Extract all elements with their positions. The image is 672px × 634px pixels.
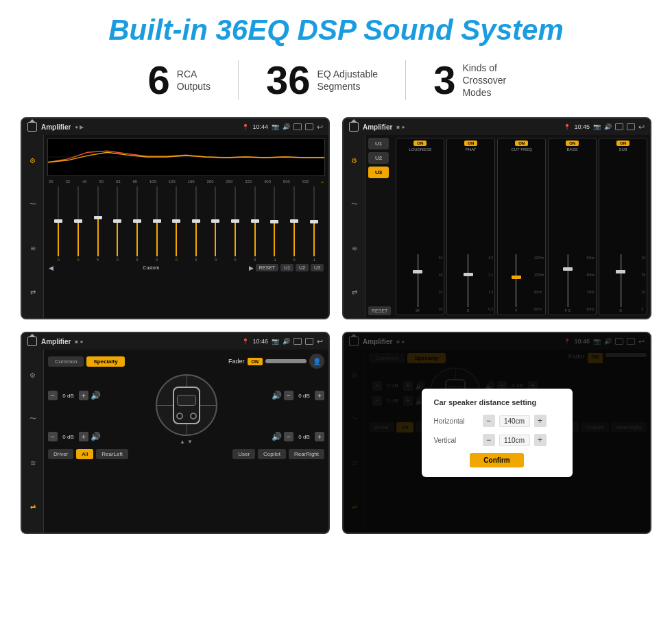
- left-bottom-control: − 0 dB + 🔊: [48, 432, 101, 441]
- dialog-vertical-label: Vertical: [434, 437, 479, 444]
- eq2-settings-icon[interactable]: ⚙: [348, 154, 361, 167]
- slider-2[interactable]: 0: [69, 186, 88, 262]
- user-avatar[interactable]: 👤: [309, 354, 324, 369]
- freq-500: 500: [283, 180, 290, 184]
- eq2-sidebar: ⚙ 〜 ≋ ⇄: [344, 135, 365, 318]
- back-icon-2[interactable]: ↩: [638, 123, 645, 132]
- slider-9[interactable]: 0: [206, 186, 225, 262]
- copilot-btn[interactable]: Copilot: [258, 449, 286, 459]
- horizontal-plus-btn[interactable]: +: [534, 415, 547, 427]
- bal-arrows-icon[interactable]: ⇄: [27, 501, 39, 513]
- preset-u2[interactable]: U2: [368, 152, 389, 164]
- eq-nav-row: ◀ Custom ▶ RESET U1 U2 U3: [47, 264, 325, 271]
- eq-icon[interactable]: ⚙: [27, 154, 39, 167]
- slider-14[interactable]: -1: [304, 186, 323, 262]
- u1-button[interactable]: U1: [280, 264, 293, 271]
- u2-button[interactable]: U2: [296, 264, 309, 271]
- rearleft-btn[interactable]: RearLeft: [96, 449, 128, 459]
- right-top-plus[interactable]: +: [315, 391, 324, 400]
- freq-160: 160: [188, 180, 195, 184]
- eq-main: 25 32 40 50 63 80 100 125 160 200 250 32…: [44, 135, 328, 318]
- tab-row: Common Specialty Fader ON 👤: [48, 354, 324, 369]
- screen1-title: Amplifier: [41, 123, 71, 131]
- horizontal-minus-btn[interactable]: −: [483, 415, 495, 427]
- eq2-arrows-icon[interactable]: ⇄: [348, 286, 361, 299]
- user-btn[interactable]: User: [232, 449, 255, 459]
- balance-diagram[interactable]: ▲ ▼: [106, 374, 266, 445]
- loudness-toggle[interactable]: ON: [413, 141, 427, 146]
- bal-wave2-icon[interactable]: ≋: [27, 457, 39, 470]
- eq2-wave2-icon[interactable]: ≋: [348, 243, 361, 255]
- cutfreq-toggle[interactable]: ON: [515, 141, 528, 146]
- screen2-title: Amplifier: [363, 123, 392, 131]
- slider-3[interactable]: 5: [88, 186, 107, 262]
- slider-12[interactable]: -1: [265, 186, 284, 262]
- prev-arrow[interactable]: ◀: [49, 265, 53, 271]
- preset-u1[interactable]: U1: [368, 138, 389, 149]
- bottom-buttons-3: Driver All RearLeft User Copilot RearRig…: [48, 449, 324, 459]
- home-icon-2[interactable]: [349, 122, 359, 132]
- slider-1[interactable]: 0: [49, 186, 68, 262]
- home-icon[interactable]: [27, 122, 37, 132]
- right-top-minus[interactable]: −: [284, 391, 293, 400]
- bass-toggle[interactable]: ON: [566, 141, 579, 146]
- eq2-screen-content: ⚙ 〜 ≋ ⇄ U1 U2 U3 RESET ON: [344, 135, 650, 318]
- tab-common[interactable]: Common: [48, 356, 84, 367]
- slider-5[interactable]: 0: [128, 186, 147, 262]
- screen1-topbar-left: Amplifier ● ▶: [27, 122, 84, 132]
- phat-toggle[interactable]: ON: [464, 141, 477, 146]
- dialog-horizontal-row: Horizontal − 140cm +: [434, 415, 560, 427]
- eq2-wave-icon[interactable]: 〜: [348, 198, 361, 210]
- slider-7[interactable]: 0: [167, 186, 186, 262]
- slider-13[interactable]: 0: [285, 186, 304, 262]
- sub-toggle[interactable]: ON: [616, 141, 629, 146]
- slider-8[interactable]: 0: [187, 186, 205, 262]
- vertical-plus-btn[interactable]: +: [534, 434, 547, 446]
- wave-icon[interactable]: 〜: [27, 198, 39, 210]
- home-icon-3[interactable]: [27, 337, 37, 346]
- rearright-btn[interactable]: RearRight: [289, 449, 324, 459]
- stat-rca: 6 RCAOutputs: [121, 60, 239, 100]
- left-top-minus[interactable]: −: [48, 391, 58, 400]
- back-icon-3[interactable]: ↩: [317, 337, 323, 346]
- driver-btn[interactable]: Driver: [48, 449, 73, 459]
- slider-4[interactable]: 0: [108, 186, 127, 262]
- right-bottom-plus[interactable]: +: [315, 432, 324, 441]
- vertical-minus-btn[interactable]: −: [483, 434, 495, 446]
- balance-circle[interactable]: [156, 374, 217, 436]
- left-bottom-minus[interactable]: −: [48, 432, 58, 441]
- freq-more[interactable]: »: [321, 180, 323, 184]
- screen-dialog: Amplifier ■ ● 📍 10:46 📷 🔊 ↩ ⚙ 〜: [342, 332, 651, 534]
- fader-slider[interactable]: [265, 359, 307, 363]
- left-top-plus[interactable]: +: [79, 391, 88, 400]
- arrows-icon[interactable]: ⇄: [27, 286, 39, 299]
- bass-name: BASS: [567, 147, 578, 151]
- freq-80: 80: [133, 180, 138, 184]
- fader-toggle[interactable]: ON: [248, 358, 263, 365]
- next-arrow[interactable]: ▶: [249, 265, 254, 271]
- right-bottom-minus[interactable]: −: [284, 432, 293, 441]
- reset-button[interactable]: RESET: [256, 264, 278, 271]
- left-channel-controls: − 0 dB + 🔊 − 0 dB + 🔊: [48, 374, 101, 441]
- left-bottom-plus[interactable]: +: [79, 432, 88, 441]
- nav-box5-icon: [293, 338, 302, 345]
- bal-settings-icon[interactable]: ⚙: [27, 369, 39, 381]
- slider-10[interactable]: 0: [226, 186, 245, 262]
- screen2-topbar: Amplifier ■ ● 📍 10:45 📷 🔊 ↩: [344, 119, 650, 135]
- speaker-front-right-icon: 🔊: [272, 391, 282, 400]
- page-container: Built-in 36EQ DSP Sound System 6 RCAOutp…: [0, 0, 672, 634]
- slider-11[interactable]: 0: [245, 186, 264, 262]
- wave2-icon[interactable]: ≋: [27, 243, 39, 255]
- all-btn[interactable]: All: [76, 449, 93, 459]
- bal-sidebar: ⚙ 〜 ≋ ⇄: [22, 350, 44, 533]
- slider-6[interactable]: 0: [147, 186, 166, 262]
- back-icon[interactable]: ↩: [317, 123, 323, 132]
- confirm-button[interactable]: Confirm: [470, 453, 523, 467]
- u3-button[interactable]: U3: [311, 264, 324, 271]
- eq2-channels: ON LOUDNESS 64 64483216: [396, 138, 647, 315]
- bal-wave-icon[interactable]: 〜: [27, 413, 39, 425]
- preset-u3[interactable]: U3: [368, 167, 389, 178]
- eq2-reset-button[interactable]: RESET: [368, 306, 391, 315]
- tab-specialty[interactable]: Specialty: [86, 356, 124, 367]
- stat-eq-label: EQ AdjustableSegments: [317, 68, 378, 93]
